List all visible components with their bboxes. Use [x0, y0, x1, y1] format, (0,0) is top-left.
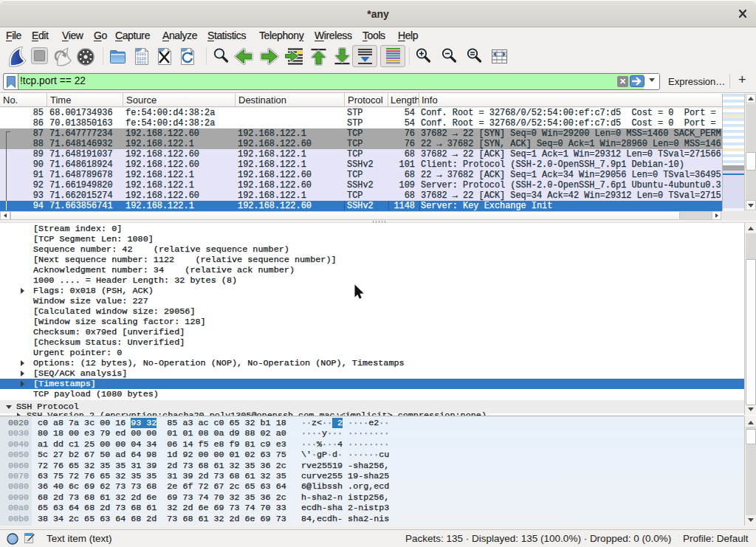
svg-text:0011: 0011 [137, 61, 146, 65]
